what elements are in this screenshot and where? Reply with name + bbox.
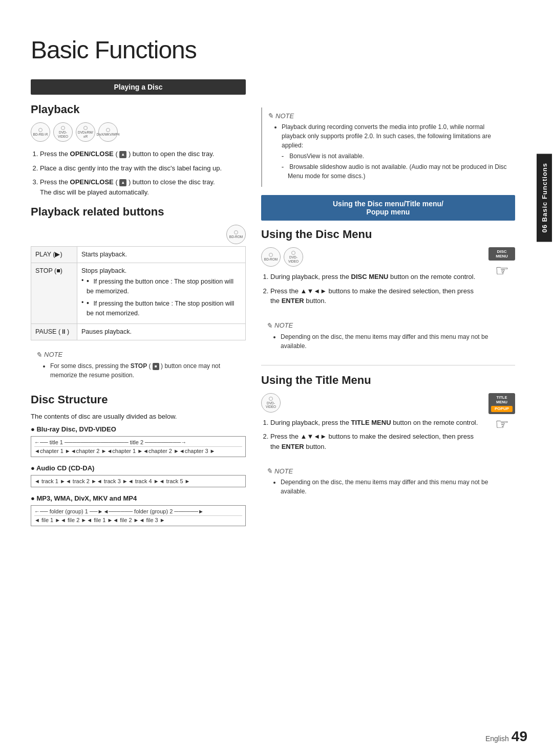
- stop-button-label: STOP (■): [31, 263, 77, 323]
- mp3-files-row: ◄ file 1 ►◄ file 2 ►◄ file 1 ►◄ file 2 ►…: [34, 516, 242, 524]
- title-menu-remote: TITLE MENUPOPUP ☞: [488, 393, 515, 434]
- table-row-play: PLAY (▶) Starts playback.: [31, 247, 246, 263]
- disc-structure-desc: The contents of disc are usually divided…: [31, 413, 246, 420]
- note-content-title-menu: Depending on the disc, the menu items ma…: [266, 478, 510, 496]
- disc-icon-divx: DivX/MKV/MP4: [98, 122, 118, 142]
- play-description: Starts playback.: [77, 247, 246, 263]
- pause-button-label: PAUSE (⏸): [31, 324, 77, 340]
- note-content-1: For some discs, pressing the STOP ( ■ ) …: [36, 361, 241, 380]
- bluray-group-title: ● Blu-ray Disc, DVD-VIDEO: [31, 425, 246, 433]
- bdrom-icon: BD-ROM: [226, 225, 246, 244]
- stop-description: Stops playback. • If pressing the button…: [77, 263, 246, 323]
- cd-diagram: ◄ track 1 ►◄ track 2 ►◄ track 3 ►◄ track…: [31, 475, 246, 487]
- cd-tracks-row: ◄ track 1 ►◄ track 2 ►◄ track 3 ►◄ track…: [34, 477, 242, 485]
- playback-buttons-section: Playback related buttons BD-ROM PLAY (▶): [31, 205, 246, 386]
- pause-description: Pauses playback.: [77, 324, 246, 340]
- playback-step-2: Place a disc gently into the tray with t…: [40, 163, 246, 174]
- note-label-title-menu: NOTE: [266, 467, 510, 475]
- disc-icon-dvdrw: DVD±RW/±R: [76, 122, 95, 142]
- table-row-pause: PAUSE (⏸) Pauses playback.: [31, 324, 246, 340]
- page-number: 49: [512, 728, 527, 745]
- structure-group-cd: ● Audio CD (CD-DA) ◄ track 1 ►◄ track 2 …: [31, 464, 246, 487]
- sidebar-chapter-label: 06 Basic Functions: [537, 154, 552, 242]
- disc-menu-note: NOTE Depending on the disc, the menu ite…: [261, 317, 515, 357]
- page-footer: English 49: [485, 728, 527, 745]
- play-button-label: PLAY (▶): [31, 247, 77, 263]
- disc-structure-title: Disc Structure: [31, 393, 246, 406]
- disc-icon-bdrom-menu: BD-ROM: [261, 247, 281, 267]
- english-label: English: [485, 735, 509, 743]
- title-menu-step-1: During playback, press the TITLE MENU bu…: [270, 418, 483, 428]
- disc-icon-dvdvideo: DVD-VIDEO: [53, 122, 73, 142]
- cd-group-title: ● Audio CD (CD-DA): [31, 464, 246, 472]
- mp3-folders-row: ←── folder (group) 1 ──►◄────── folder (…: [34, 507, 242, 516]
- title-menu-note: NOTE Depending on the disc, the menu ite…: [261, 463, 515, 502]
- playback-section: Playback BD-RE/-R DVD-VIDEO: [31, 103, 246, 197]
- playback-title: Playback: [31, 103, 246, 116]
- structure-group-bluray: ● Blu-ray Disc, DVD-VIDEO ←── title 1 ──…: [31, 425, 246, 457]
- disc-icon-bdr: BD-RE/-R: [31, 122, 50, 142]
- disc-icon-dvd-title: DVD-VIDEO: [261, 393, 281, 413]
- title-menu-title: Using the Title Menu: [261, 374, 515, 387]
- table-row-stop: STOP (■) Stops playback. • If pressing t…: [31, 263, 246, 323]
- playback-step-3: Press the OPEN/CLOSE ( ▲ ) button to clo…: [40, 177, 246, 197]
- playing-disc-header: Playing a Disc: [31, 79, 246, 95]
- title-menu-section: Using the Title Menu DVD-VIDEO: [261, 374, 515, 503]
- disc-menu-step-2: Press the ▲▼◄► buttons to make the desir…: [270, 286, 483, 306]
- note-label-disc-menu: NOTE: [266, 321, 510, 330]
- disc-menu-header: Using the Disc menu/Title menu/Popup men…: [261, 195, 515, 221]
- title-menu-icons: DVD-VIDEO: [261, 393, 483, 413]
- mp3-group-title: ● MP3, WMA, DivX, MKV and MP4: [31, 494, 246, 502]
- note-label-right-top: NOTE: [267, 112, 510, 120]
- note-label-1: NOTE: [36, 351, 241, 359]
- title-menu-steps: During playback, press the TITLE MENU bu…: [261, 418, 483, 452]
- playback-step-1: Press the OPEN/CLOSE ( ▲ ) button to ope…: [40, 149, 246, 159]
- playback-note: NOTE For some discs, pressing the STOP (…: [31, 347, 246, 386]
- playback-buttons-title: Playback related buttons: [31, 205, 246, 219]
- disc-menu-steps: During playback, press the DISC MENU but…: [261, 272, 483, 306]
- playback-steps: Press the OPEN/CLOSE ( ▲ ) button to ope…: [31, 149, 246, 197]
- disc-menu-remote: DISC MENU ☞: [488, 247, 515, 279]
- disc-menu-title: Using the Disc Menu: [261, 228, 515, 241]
- bluray-titles-row: ←── title 1 ──────────────── title 2 ───…: [34, 438, 242, 447]
- note-content-right-top: Playback during recording converts the m…: [267, 122, 510, 181]
- bluray-diagram: ←── title 1 ──────────────── title 2 ───…: [31, 436, 246, 457]
- disc-icon-dvd-menu: DVD-VIDEO: [284, 247, 303, 267]
- title-menu-step-2: Press the ▲▼◄► buttons to make the desir…: [270, 431, 483, 451]
- playback-table: PLAY (▶) Starts playback. STOP (■) Stops…: [31, 246, 246, 340]
- disc-icons-row: BD-RE/-R DVD-VIDEO DVD±RW/±R DivX/M: [31, 122, 246, 142]
- disc-menu-step-1: During playback, press the DISC MENU but…: [270, 272, 483, 282]
- page-title: Basic Functions: [31, 36, 515, 64]
- note-content-disc-menu: Depending on the disc, the menu items ma…: [266, 332, 510, 351]
- disc-structure-section: Disc Structure The contents of disc are …: [31, 393, 246, 526]
- disc-menu-icons: BD-ROM DVD-VIDEO: [261, 247, 483, 267]
- right-top-note: NOTE Playback during recording converts …: [261, 107, 515, 187]
- mp3-diagram: ←── folder (group) 1 ──►◄────── folder (…: [31, 505, 246, 526]
- structure-group-mp3: ● MP3, WMA, DivX, MKV and MP4 ←── folder…: [31, 494, 246, 526]
- bluray-chapters-row: ◄chapter 1 ►◄chapter 2 ►◄chapter 1 ►◄cha…: [34, 447, 242, 455]
- disc-menu-section: Using the Disc Menu BD-ROM: [261, 228, 515, 357]
